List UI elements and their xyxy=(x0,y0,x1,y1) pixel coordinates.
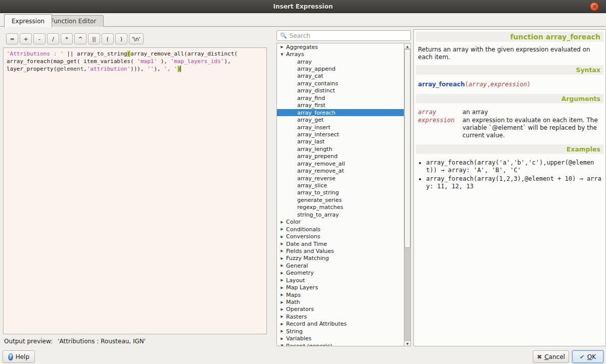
chevron-right-icon[interactable]: ▶ xyxy=(279,264,285,268)
operator-button-5[interactable]: ^ xyxy=(74,33,86,44)
tree-category-color[interactable]: ▶Color xyxy=(277,219,410,226)
chevron-right-icon[interactable]: ▶ xyxy=(279,235,285,239)
ok-button[interactable]: ✔ OK xyxy=(572,350,603,363)
tree-function-array_foreach[interactable]: array_foreach xyxy=(277,109,410,116)
chevron-right-icon[interactable]: ▶ xyxy=(279,249,285,253)
scroll-up-icon[interactable]: ▲ xyxy=(404,43,410,49)
cancel-button[interactable]: ✖ Cancel xyxy=(533,350,569,363)
tree-function-array_first[interactable]: array_first xyxy=(277,102,410,109)
tree-item-label: Map Layers xyxy=(286,284,318,291)
tree-function-array_prepend[interactable]: array_prepend xyxy=(277,153,410,160)
tree-function-array_append[interactable]: array_append xyxy=(277,65,410,72)
tree-function-array_contains[interactable]: array_contains xyxy=(277,80,410,87)
tree-category-record-and-attributes[interactable]: ▶Record and Attributes xyxy=(277,321,410,328)
tree-function-array[interactable]: array xyxy=(277,58,410,65)
tree-category-geometry[interactable]: ▶Geometry xyxy=(277,270,410,277)
chevron-right-icon[interactable]: ▶ xyxy=(279,300,285,304)
tree-function-array_remove_at[interactable]: array_remove_at xyxy=(277,167,410,174)
chevron-right-icon[interactable]: ▶ xyxy=(279,337,285,341)
operator-button-4[interactable]: * xyxy=(61,33,73,44)
output-preview-value: 'Attributions : Rousteau, IGN' xyxy=(58,338,146,345)
tree-function-string_to_array[interactable]: string_to_array xyxy=(277,211,410,218)
tree-item-label: array_contains xyxy=(297,80,338,87)
tree-category-operators[interactable]: ▶Operators xyxy=(277,306,410,313)
tree-function-array_intersect[interactable]: array_intersect xyxy=(277,131,410,138)
chevron-right-icon[interactable]: ▶ xyxy=(279,242,285,246)
chevron-right-icon[interactable]: ▶ xyxy=(279,307,285,311)
chevron-right-icon[interactable]: ▶ xyxy=(279,322,285,326)
chevron-down-icon[interactable]: ▼ xyxy=(279,344,285,346)
help-button-label: Help xyxy=(16,353,29,360)
scrollbar-thumb[interactable] xyxy=(404,49,410,248)
operator-button-9[interactable]: '\n' xyxy=(129,33,144,44)
scroll-down-icon[interactable]: ▼ xyxy=(404,340,410,346)
operator-button-2[interactable]: - xyxy=(33,33,45,44)
chevron-down-icon[interactable]: ▼ xyxy=(279,53,285,57)
tree-scrollbar[interactable]: ▲ ▼ xyxy=(404,43,410,346)
tree-item-label: Fields and Values xyxy=(286,248,334,254)
operator-button-8[interactable]: ) xyxy=(115,33,127,44)
output-preview-label: Output preview: xyxy=(4,338,53,345)
operator-button-6[interactable]: || xyxy=(88,33,100,44)
chevron-right-icon[interactable]: ▶ xyxy=(279,293,285,297)
tree-category-map-layers[interactable]: ▶Map Layers xyxy=(277,284,410,291)
tree-category-string[interactable]: ▶String xyxy=(277,328,410,335)
chevron-right-icon[interactable]: ▶ xyxy=(279,271,285,275)
tree-function-array_last[interactable]: array_last xyxy=(277,138,410,145)
tree-category-general[interactable]: ▶General xyxy=(277,262,410,269)
tab-expression[interactable]: Expression xyxy=(4,14,52,27)
chevron-right-icon[interactable]: ▶ xyxy=(279,256,285,261)
tree-function-array_length[interactable]: array_length xyxy=(277,145,410,152)
chevron-right-icon[interactable]: ▶ xyxy=(279,220,285,224)
close-icon[interactable]: ✕ xyxy=(590,2,599,11)
tree-function-array_to_string[interactable]: array_to_string xyxy=(277,189,410,196)
tab-function-editor[interactable]: Function Editor xyxy=(43,15,104,27)
tree-function-array_get[interactable]: array_get xyxy=(277,116,410,123)
tree-category-rasters[interactable]: ▶Rasters xyxy=(277,313,410,320)
operator-button-3[interactable]: / xyxy=(47,33,59,44)
tree-category-date-and-time[interactable]: ▶Date and Time xyxy=(277,240,410,247)
tree-item-label: array_slice xyxy=(297,182,327,189)
chevron-right-icon[interactable]: ▶ xyxy=(279,315,285,319)
tree-category-fuzzy-matching[interactable]: ▶Fuzzy Matching xyxy=(277,255,410,262)
tree-function-generate_series[interactable]: generate_series xyxy=(277,196,410,203)
tree-category-arrays[interactable]: ▼Arrays xyxy=(277,50,410,58)
operator-button-7[interactable]: ( xyxy=(102,33,114,44)
tree-item-label: Conditionals xyxy=(286,226,320,233)
search-input[interactable]: 🔍 Search xyxy=(276,30,411,41)
tree-function-array_slice[interactable]: array_slice xyxy=(277,182,410,189)
tree-category-layout[interactable]: ▶Layout xyxy=(277,277,410,284)
tree-category-recent-generic-[interactable]: ▼Recent (generic) xyxy=(277,342,410,346)
tree-category-maps[interactable]: ▶Maps xyxy=(277,291,410,298)
chevron-right-icon[interactable]: ▶ xyxy=(279,278,285,282)
tree-category-variables[interactable]: ▶Variables xyxy=(277,335,410,342)
argument-description: an array xyxy=(462,109,601,116)
expression-editor[interactable]: 'Attributions : ' || array_to_string(arr… xyxy=(3,47,267,334)
chevron-right-icon[interactable]: ▶ xyxy=(279,227,285,231)
help-question-icon: ? xyxy=(8,353,13,360)
operator-button-0[interactable]: = xyxy=(6,33,18,44)
chevron-right-icon[interactable]: ▶ xyxy=(279,286,285,290)
help-title: function array_foreach xyxy=(416,32,603,42)
tree-function-array_insert[interactable]: array_insert xyxy=(277,124,410,131)
operator-button-1[interactable]: + xyxy=(20,33,32,44)
tree-function-array_distinct[interactable]: array_distinct xyxy=(277,87,410,94)
tree-category-aggregates[interactable]: ▶Aggregates xyxy=(277,43,410,50)
tree-category-conversions[interactable]: ▶Conversions xyxy=(277,233,410,240)
help-syntax-code: array_foreach(array,expression) xyxy=(417,78,602,91)
ok-check-icon: ✔ xyxy=(580,353,585,360)
help-button[interactable]: ? Help xyxy=(3,350,35,363)
cancel-button-label: Cancel xyxy=(544,353,565,360)
tree-function-array_remove_all[interactable]: array_remove_all xyxy=(277,160,410,167)
chevron-right-icon[interactable]: ▶ xyxy=(279,45,285,49)
tree-function-array_reverse[interactable]: array_reverse xyxy=(277,175,410,182)
tree-function-array_find[interactable]: array_find xyxy=(277,94,410,101)
tree-category-fields-and-values[interactable]: ▶Fields and Values xyxy=(277,247,410,254)
tree-category-conditionals[interactable]: ▶Conditionals xyxy=(277,226,410,233)
chevron-right-icon[interactable]: ▶ xyxy=(279,329,285,333)
tree-function-array_cat[interactable]: array_cat xyxy=(277,73,410,80)
tree-function-regexp_matches[interactable]: regexp_matches xyxy=(277,204,410,211)
tree-category-math[interactable]: ▶Math xyxy=(277,298,410,305)
editor-line: 'Attributions : ' || array_to_string(arr… xyxy=(7,50,263,58)
tree-item-label: array_intersect xyxy=(297,131,339,138)
